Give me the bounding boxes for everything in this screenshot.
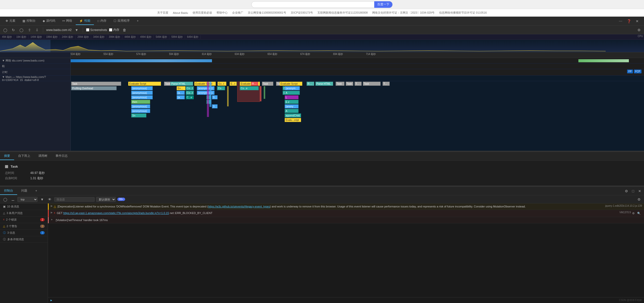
tab-issues[interactable]: 问题 <box>17 187 31 195</box>
sidebar-item-warnings[interactable]: △ 2 个警告 2 <box>0 223 48 230</box>
reload-button[interactable]: ↻ <box>11 27 16 33</box>
a-block-2[interactable]: A <box>285 109 299 113</box>
memory-checkbox-label[interactable]: 内存 <box>109 28 119 32</box>
appendchild-block[interactable]: appendChild <box>285 113 301 117</box>
task-block-3[interactable]: Task <box>262 82 273 86</box>
et-block[interactable]: E...t <box>230 82 237 86</box>
baidu-link-icp2[interactable]: 京ICP证030173号 <box>291 11 313 15</box>
tab-call-tree[interactable]: 调用树 <box>34 152 51 160</box>
tab-performance[interactable]: ⚡ 性能 <box>76 17 94 25</box>
screenshots-checkbox-label[interactable]: Screenshots <box>86 28 107 32</box>
console-level-select[interactable]: 默认级别 <box>96 197 116 202</box>
anonymous-block-3[interactable]: (anonymous) <box>131 95 153 99</box>
deprecation-link[interactable]: https://w3c.github.io/uievents/#legacy-e… <box>208 205 270 208</box>
baidu-link-help[interactable]: 帮助中心 <box>217 11 228 15</box>
msg-expand-3[interactable]: ► <box>51 218 53 221</box>
blocked-source[interactable]: VM1370:9 <box>619 211 631 214</box>
console-settings-gear[interactable]: ⚙ <box>636 197 642 202</box>
profiling-overhead-block[interactable]: Profiling Overhead <box>71 86 117 90</box>
close-devtools-button[interactable]: ✕ <box>634 18 640 24</box>
profile-dropdown-button[interactable]: ▼ <box>74 27 80 33</box>
evaluate-script-block-2[interactable]: Evaluate Script <box>194 82 216 86</box>
anonymous-block-5[interactable]: (anonymous) <box>131 109 150 113</box>
console-top-filter[interactable]: top <box>17 197 38 202</box>
memory-checkbox[interactable] <box>109 28 112 32</box>
tab-memory[interactable]: □ 内存 <box>94 17 110 25</box>
sidebar-item-all-messages[interactable]: ▣ 10 条消息 <box>0 203 48 210</box>
task-block-7[interactable]: Task <box>355 82 362 86</box>
baidu-link-icp1[interactable]: 京公网安备11000002000001号 <box>248 11 286 15</box>
anonymous-block-2[interactable]: (anonymous) <box>131 91 153 95</box>
tab-event-log[interactable]: 事件日志 <box>51 152 72 160</box>
evaluate-script-block-1[interactable]: Evaluate Script <box>128 82 161 86</box>
sidebar-item-info[interactable]: ⓘ 3 信息 3 <box>0 230 48 236</box>
baidu-link-about-en[interactable]: About Baidu <box>173 11 188 14</box>
task-block-1[interactable]: Task <box>71 82 121 86</box>
tab-add-console[interactable]: + <box>31 188 41 195</box>
blocked-msg-search[interactable]: 🔍 <box>636 211 642 216</box>
tab-sources[interactable]: ◆ 源代码 <box>39 17 59 25</box>
baidu-link-news[interactable]: 互联网新闻信息服务许可证11220180008 <box>317 11 368 15</box>
tab-network[interactable]: ⚯ 网络 <box>59 17 76 25</box>
more-options-button[interactable]: ⋯ <box>618 18 624 24</box>
console-top-dropdown[interactable]: ▼ <box>39 197 45 202</box>
settings-button[interactable]: ⚙ <box>636 27 642 33</box>
rus-block[interactable]: Ru...s <box>307 82 314 86</box>
flame-chart-area[interactable]: Task Profiling Overhead Evaluate Script … <box>71 81 644 151</box>
sn-block[interactable]: Sn <box>131 113 146 117</box>
anonymous-block-6[interactable]: (anonymous) <box>197 86 214 90</box>
console-filter-toggle[interactable]: ⚊ <box>10 197 16 202</box>
tab-more[interactable]: + <box>133 18 142 25</box>
evt-block-1[interactable]: Ev...t <box>218 82 226 86</box>
browser-search-button[interactable]: 百度一下 <box>374 1 392 8</box>
parse-html-block-2[interactable]: Parse HTML <box>315 82 333 86</box>
sidebar-item-errors[interactable]: ☓ 2 个错误 2 <box>0 217 48 223</box>
console-settings-button[interactable]: ⚙ <box>624 188 629 194</box>
evalu-cript-block[interactable]: Evalu...cript <box>285 118 301 122</box>
console-clear-button[interactable]: ◯ <box>2 197 9 202</box>
tab-console-bottom[interactable]: 控制台 <box>0 187 17 195</box>
anonymous-block-8[interactable]: (anonymous) <box>285 86 300 90</box>
312-block[interactable]: 312 <box>212 104 218 108</box>
coe-block[interactable]: Co...e <box>240 86 259 90</box>
cot-block-1[interactable]: Co...t <box>186 86 194 90</box>
cot-block-2[interactable]: Co...t <box>186 91 194 95</box>
msg-expand-2[interactable]: ▶ <box>51 211 53 214</box>
baidu-link-enterprise[interactable]: 企业推广 <box>232 11 243 15</box>
upload-button[interactable]: ⇧ <box>27 27 32 33</box>
ree-block[interactable]: Re...e <box>251 82 258 86</box>
clear-button[interactable]: ◯ <box>18 27 25 33</box>
tab-application[interactable]: ☐ 应用程序 <box>110 17 133 25</box>
as-block-2[interactable]: (a...s) <box>177 95 185 99</box>
311-block[interactable]: 311 <box>212 95 218 99</box>
sidebar-item-verbose[interactable]: ⓘ 多条详细消息 <box>0 236 48 243</box>
task-block-8[interactable]: Task <box>363 82 381 86</box>
l-block[interactable]: L <box>285 95 299 99</box>
tab-console[interactable]: ▦ 控制台 <box>19 17 39 25</box>
blocked-link[interactable]: https://s3.ap-east-1.amazonaws.com/stati… <box>63 211 169 215</box>
parse-html-block-1[interactable]: Parse HTML <box>170 82 193 86</box>
deprecation-source[interactable]: jquery-1.edb203c114.10.2.js:139 <box>605 204 642 207</box>
baidu-link-culture[interactable]: 网络文化经营许可证：京网文〔2023〕1034-029号 <box>372 11 435 15</box>
console-eye-button[interactable]: 👁 <box>47 197 53 202</box>
task-block-5[interactable]: Task <box>336 82 344 86</box>
copt-block[interactable]: Co...pt <box>217 86 225 90</box>
then-block[interactable]: then <box>131 100 150 104</box>
task-block-6[interactable]: Task <box>346 82 353 86</box>
console-close-button[interactable]: ✕ <box>637 188 642 194</box>
evalu-pt-block[interactable]: Evalu...pt <box>177 86 185 90</box>
tab-bottom-up[interactable]: 自下而上 <box>14 152 34 160</box>
console-expand-button[interactable]: □ <box>631 188 635 194</box>
timeline-overview[interactable]: 494 毫秒 194 毫秒 1494 毫秒 1994 毫秒 2494 毫秒 29… <box>0 34 644 52</box>
anonymous-block-1[interactable]: (anonymous) <box>131 86 153 90</box>
blocked-msg-settings[interactable]: ⚙ <box>631 211 636 216</box>
anonymous-block-4[interactable]: (anonymous) <box>131 104 150 108</box>
baidu-link-broadcast[interactable]: 信息网络传播视听节目许可证 0110516 <box>439 11 487 15</box>
delete-profile-button[interactable]: 🗑 <box>121 27 127 33</box>
anonymous-block-9[interactable]: (anonymous) <box>285 104 299 108</box>
as-block-1[interactable]: (a...s) <box>177 91 185 95</box>
cee-block[interactable]: C...e <box>186 95 194 99</box>
screenshots-checkbox[interactable] <box>86 28 89 32</box>
help-button[interactable]: ❓ <box>626 18 632 24</box>
msg-expand-1[interactable]: ▶ <box>51 204 53 207</box>
